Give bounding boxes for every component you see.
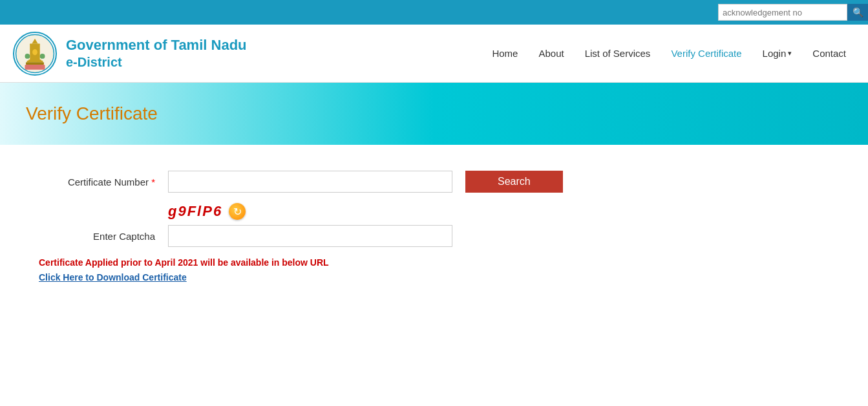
top-bar: 🔍: [0, 0, 868, 25]
nav-login[interactable]: Login ▾: [754, 44, 801, 63]
required-star: *: [151, 176, 155, 187]
captcha-display-row: g9FlP6 ↻: [168, 203, 685, 220]
login-dropdown-caret: ▾: [788, 49, 792, 58]
main-nav: Home About List of Services Verify Certi…: [483, 44, 855, 63]
download-certificate-link[interactable]: Click Here to Download Certificate: [39, 272, 187, 283]
main-content: Certificate Number * Search g9FlP6 ↻ Ent…: [0, 145, 868, 309]
nav-home[interactable]: Home: [483, 44, 527, 63]
refresh-icon: ↻: [233, 206, 242, 218]
svg-rect-4: [27, 60, 43, 61]
captcha-label: Enter Captcha: [39, 231, 155, 242]
emblem-svg: [15, 34, 55, 74]
certificate-number-row: Certificate Number * Search: [39, 171, 685, 193]
nav-list-of-services[interactable]: List of Services: [576, 44, 660, 63]
logo-section: Government of Tamil Nadu e-District: [13, 32, 247, 76]
top-search-form: 🔍: [718, 4, 868, 21]
emblem-circle: [13, 32, 57, 76]
acknowledgement-search-input[interactable]: [718, 4, 847, 21]
svg-rect-9: [25, 65, 45, 70]
nav-login-label: Login: [763, 48, 787, 59]
search-button[interactable]: Search: [465, 171, 563, 193]
captcha-input[interactable]: [168, 225, 452, 247]
certificate-number-input[interactable]: [168, 171, 452, 193]
svg-rect-5: [26, 62, 44, 65]
hero-banner: Verify Certificate: [0, 83, 868, 145]
nav-verify-certificate[interactable]: Verify Certificate: [662, 44, 750, 63]
search-icon: 🔍: [852, 7, 863, 17]
site-title-line2: e-District: [66, 54, 247, 70]
verify-cert-form: Certificate Number * Search g9FlP6 ↻ Ent…: [39, 171, 685, 283]
acknowledgement-search-button[interactable]: 🔍: [847, 4, 868, 21]
svg-point-6: [32, 49, 37, 55]
svg-point-7: [25, 54, 30, 59]
captcha-input-row: Enter Captcha: [39, 225, 685, 247]
site-title: Government of Tamil Nadu e-District: [66, 37, 247, 69]
nav-about[interactable]: About: [529, 44, 573, 63]
site-title-line1: Government of Tamil Nadu: [66, 37, 247, 54]
captcha-text: g9FlP6: [168, 203, 222, 220]
site-header: Government of Tamil Nadu e-District Home…: [0, 25, 868, 83]
certificate-number-label: Certificate Number *: [39, 176, 155, 187]
refresh-captcha-button[interactable]: ↻: [229, 203, 246, 220]
page-title: Verify Certificate: [26, 103, 158, 124]
nav-contact[interactable]: Contact: [803, 44, 855, 63]
note-text: Certificate Applied prior to April 2021 …: [39, 257, 685, 268]
svg-point-8: [40, 54, 45, 59]
